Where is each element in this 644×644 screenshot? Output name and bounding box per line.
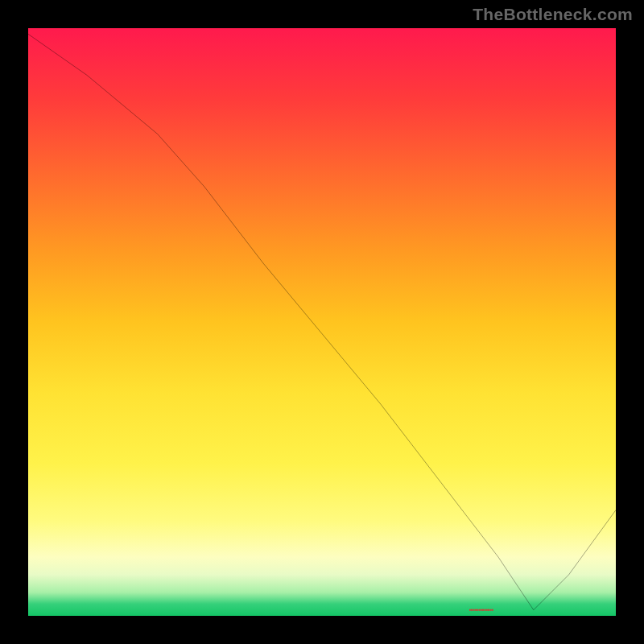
plot-area: ▪▪▪▪▪▪▪▪▪▪▪▪▪ xyxy=(26,26,618,618)
bottleneck-curve xyxy=(28,28,616,616)
watermark-text: TheBottleneck.com xyxy=(473,5,633,24)
chart-container: TheBottleneck.com ▪▪▪▪▪▪▪▪▪▪▪▪▪ xyxy=(0,0,644,644)
optimal-range-marker: ▪▪▪▪▪▪▪▪▪▪▪▪▪ xyxy=(469,606,540,613)
